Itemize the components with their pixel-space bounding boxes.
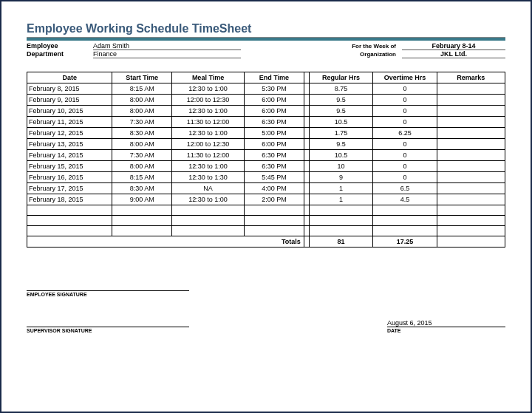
table-row: February 16, 20158:15 AM12:30 to 1:305:4… (27, 172, 505, 183)
cell: 0 (373, 172, 437, 183)
col-start: Start Time (112, 72, 172, 83)
table-row: February 11, 20157:30 AM11:30 to 12:006:… (27, 117, 505, 128)
cell: February 18, 2015 (27, 194, 112, 205)
cell: 8:00 AM (112, 95, 172, 106)
col-regular: Regular Hrs (309, 72, 372, 83)
table-row (27, 216, 505, 226)
cell (437, 216, 505, 226)
cell: 9:00 AM (112, 194, 172, 205)
table-row: February 15, 20158:00 AM12:30 to 1:006:3… (27, 161, 505, 172)
department-value: Finance (93, 50, 241, 58)
col-date: Date (27, 72, 112, 83)
cell: 12:00 to 12:30 (172, 139, 245, 150)
cell: 6:00 PM (245, 106, 304, 117)
cell: February 12, 2015 (27, 128, 112, 139)
cell (373, 216, 437, 226)
week-label: For the Week of (335, 43, 402, 50)
cell: 12:30 to 1:00 (172, 106, 245, 117)
cell (112, 216, 172, 226)
cell: NA (172, 183, 245, 194)
cell (437, 83, 505, 95)
cell: 8:15 AM (112, 172, 172, 183)
cell: 0 (373, 161, 437, 172)
cell: 9 (309, 172, 372, 183)
cell: 9.5 (309, 95, 372, 106)
employee-signature: EMPLOYEE SIGNATURE (27, 283, 189, 297)
supervisor-signature: SUPERVISOR SIGNATURE (27, 319, 189, 333)
col-gap (304, 83, 309, 95)
col-gap (304, 106, 309, 117)
cell: 8:15 AM (112, 83, 172, 95)
cell: 0 (373, 95, 437, 106)
cell: 11:30 to 12:00 (172, 117, 245, 128)
col-gap (304, 172, 309, 183)
date-label: DATE (387, 327, 505, 333)
totals-label: Totals (27, 236, 304, 248)
cell (437, 106, 505, 117)
totals-row: Totals 81 17.25 (27, 236, 505, 248)
page-title: Employee Working Schedule TimeSheet (27, 22, 505, 35)
cell: 5:30 PM (245, 83, 304, 95)
cell: 8:00 AM (112, 161, 172, 172)
cell (112, 205, 172, 216)
cell (437, 128, 505, 139)
table-row (27, 226, 505, 236)
cell (309, 226, 372, 236)
cell (309, 216, 372, 226)
col-meal: Meal Time (172, 72, 245, 83)
cell: 0 (373, 117, 437, 128)
cell (245, 216, 304, 226)
cell (172, 226, 245, 236)
cell: February 17, 2015 (27, 183, 112, 194)
cell (437, 139, 505, 150)
cell (437, 117, 505, 128)
cell: February 11, 2015 (27, 117, 112, 128)
cell: February 14, 2015 (27, 150, 112, 161)
cell (112, 226, 172, 236)
cell: 12:30 to 1:00 (172, 161, 245, 172)
org-value: JKL Ltd. (402, 50, 505, 58)
cell: 12:30 to 1:30 (172, 172, 245, 183)
cell: 1 (309, 194, 372, 205)
cell: 5:00 PM (245, 128, 304, 139)
cell: 6:00 PM (245, 139, 304, 150)
col-gap (304, 183, 309, 194)
cell: 0 (373, 106, 437, 117)
cell (437, 95, 505, 106)
col-gap (304, 216, 309, 226)
col-overtime: Overtime Hrs (373, 72, 437, 83)
cell: 6:30 PM (245, 150, 304, 161)
table-row: February 12, 20158:30 AM12:30 to 1:005:0… (27, 128, 505, 139)
cell: 11:30 to 12:00 (172, 150, 245, 161)
cell: 7:30 AM (112, 150, 172, 161)
date-value: August 6, 2015 (387, 319, 505, 327)
cell: 8:00 AM (112, 106, 172, 117)
timesheet-table: Date Start Time Meal Time End Time Regul… (27, 72, 505, 248)
table-row: February 8, 20158:15 AM12:30 to 1:005:30… (27, 83, 505, 95)
cell: February 13, 2015 (27, 139, 112, 150)
cell: February 9, 2015 (27, 95, 112, 106)
employee-value: Adam Smith (93, 42, 241, 50)
cell (437, 226, 505, 236)
cell: 10.5 (309, 150, 372, 161)
cell: February 15, 2015 (27, 161, 112, 172)
cell: 12:30 to 1:00 (172, 128, 245, 139)
cell (27, 216, 112, 226)
cell: February 10, 2015 (27, 106, 112, 117)
cell: 8.75 (309, 83, 372, 95)
cell: 4.5 (373, 194, 437, 205)
col-gap (304, 236, 309, 248)
cell: 0 (373, 83, 437, 95)
cell (373, 226, 437, 236)
org-label: Organization (335, 51, 402, 58)
cell (437, 172, 505, 183)
signature-block: EMPLOYEE SIGNATURE SUPERVISOR SIGNATURE … (27, 283, 505, 333)
cell: 9.5 (309, 106, 372, 117)
cell (245, 205, 304, 216)
cell (245, 226, 304, 236)
cell: 8:30 AM (112, 128, 172, 139)
cell (172, 205, 245, 216)
cell: 6.25 (373, 128, 437, 139)
cell (27, 205, 112, 216)
cell (437, 150, 505, 161)
